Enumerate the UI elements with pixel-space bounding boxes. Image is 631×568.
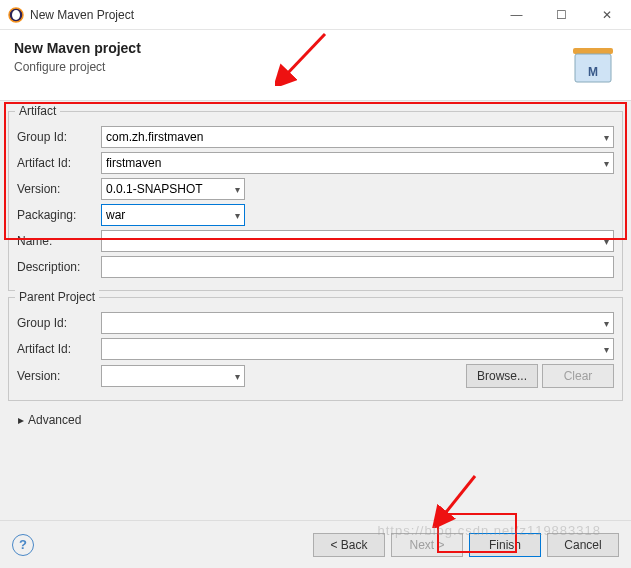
- eclipse-icon: [8, 7, 24, 23]
- artifact-id-label: Artifact Id:: [17, 156, 95, 170]
- group-id-input[interactable]: com.zh.firstmaven ▾: [101, 126, 614, 148]
- svg-line-6: [443, 476, 475, 516]
- parent-version-label: Version:: [17, 369, 95, 383]
- parent-version-input[interactable]: ▾: [101, 365, 245, 387]
- chevron-down-icon: ▾: [604, 158, 609, 169]
- version-label: Version:: [17, 182, 95, 196]
- next-button[interactable]: Next >: [391, 533, 463, 557]
- parent-fieldset: Parent Project Group Id: ▾ Artifact Id: …: [8, 297, 623, 401]
- name-input[interactable]: ▾: [101, 230, 614, 252]
- chevron-right-icon: ▸: [18, 413, 24, 427]
- page-title: New Maven project: [14, 40, 141, 56]
- maven-wizard-icon: M: [569, 40, 617, 88]
- description-input[interactable]: [101, 256, 614, 278]
- packaging-label: Packaging:: [17, 208, 95, 222]
- parent-artifact-id-label: Artifact Id:: [17, 342, 95, 356]
- version-value: 0.0.1-SNAPSHOT: [106, 182, 203, 196]
- wizard-body: Artifact Group Id: com.zh.firstmaven ▾ A…: [0, 101, 631, 437]
- svg-text:M: M: [588, 65, 598, 79]
- parent-artifact-id-input[interactable]: ▾: [101, 338, 614, 360]
- description-label: Description:: [17, 260, 95, 274]
- wizard-footer: ? < Back Next > Finish Cancel: [0, 520, 631, 568]
- cancel-button[interactable]: Cancel: [547, 533, 619, 557]
- advanced-expander[interactable]: ▸ Advanced: [8, 407, 623, 433]
- artifact-legend: Artifact: [15, 104, 60, 118]
- parent-group-id-input[interactable]: ▾: [101, 312, 614, 334]
- browse-button[interactable]: Browse...: [466, 364, 538, 388]
- advanced-label: Advanced: [28, 413, 81, 427]
- minimize-button[interactable]: ―: [494, 1, 539, 29]
- name-label: Name:: [17, 234, 95, 248]
- svg-rect-2: [573, 48, 613, 54]
- finish-button[interactable]: Finish: [469, 533, 541, 557]
- version-input[interactable]: 0.0.1-SNAPSHOT ▾: [101, 178, 245, 200]
- titlebar: New Maven Project ― ☐ ✕: [0, 0, 631, 30]
- help-icon[interactable]: ?: [12, 534, 34, 556]
- back-button[interactable]: < Back: [313, 533, 385, 557]
- svg-point-1: [12, 10, 20, 20]
- chevron-down-icon: ▾: [235, 210, 240, 221]
- group-id-label: Group Id:: [17, 130, 95, 144]
- parent-group-id-label: Group Id:: [17, 316, 95, 330]
- chevron-down-icon: ▾: [604, 236, 609, 247]
- chevron-down-icon: ▾: [235, 184, 240, 195]
- chevron-down-icon: ▾: [235, 371, 240, 382]
- artifact-id-input[interactable]: firstmaven ▾: [101, 152, 614, 174]
- parent-legend: Parent Project: [15, 290, 99, 304]
- chevron-down-icon: ▾: [604, 132, 609, 143]
- annotation-arrow-bottom: [425, 468, 485, 528]
- packaging-input[interactable]: war ▾: [101, 204, 245, 226]
- packaging-value: war: [106, 208, 125, 222]
- window-title: New Maven Project: [30, 8, 494, 22]
- chevron-down-icon: ▾: [604, 344, 609, 355]
- clear-button[interactable]: Clear: [542, 364, 614, 388]
- close-button[interactable]: ✕: [584, 1, 629, 29]
- chevron-down-icon: ▾: [604, 318, 609, 329]
- page-subtitle: Configure project: [14, 60, 141, 74]
- artifact-fieldset: Artifact Group Id: com.zh.firstmaven ▾ A…: [8, 111, 623, 291]
- wizard-header: New Maven project Configure project M: [0, 30, 631, 101]
- maximize-button[interactable]: ☐: [539, 1, 584, 29]
- group-id-value: com.zh.firstmaven: [106, 130, 203, 144]
- artifact-id-value: firstmaven: [106, 156, 161, 170]
